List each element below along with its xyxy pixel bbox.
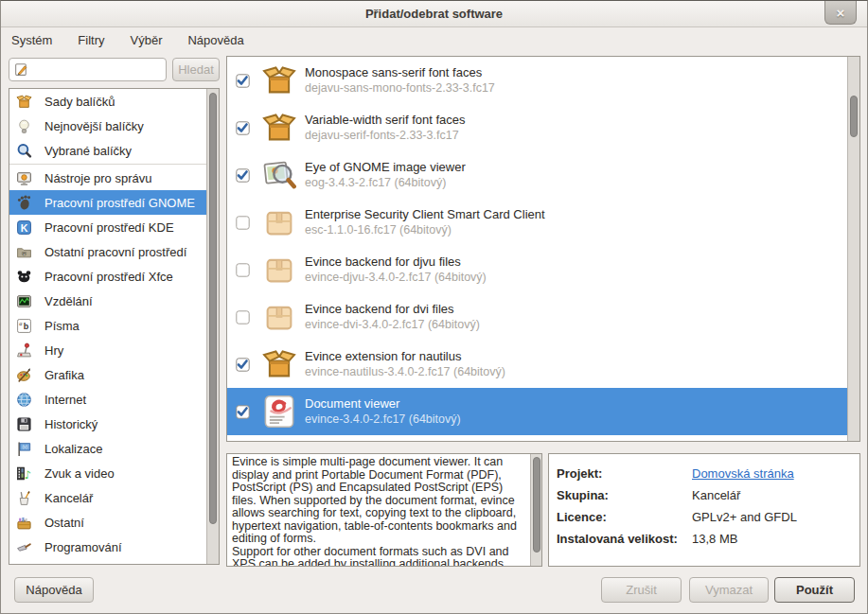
sidebar-item-label: Kancelář	[44, 491, 93, 505]
sidebar-item-programming[interactable]: Programování	[9, 535, 206, 559]
svg-text:♪: ♪	[24, 467, 30, 481]
closed-box-icon	[262, 205, 296, 239]
svg-text:a: a	[19, 320, 22, 326]
description-scrollbar-thumb[interactable]	[533, 457, 540, 553]
sidebar-item-xfce-desktop[interactable]: Pracovní prostředí Xfce	[9, 264, 206, 289]
package-row[interactable]: Enterprise Security Client Smart Card Cl…	[227, 199, 847, 246]
menu-filters[interactable]: Filtry	[78, 33, 104, 47]
package-row-selected[interactable]: Document viewer evince-3.4.0-2.fc17 (64b…	[227, 388, 847, 435]
window-title: Přidat/odebrat software	[365, 7, 503, 21]
checkbox-checked-icon[interactable]	[236, 405, 250, 419]
sidebar-item-other[interactable]: Ostatní	[9, 510, 206, 535]
package-list: Monospace sans-serif font faces dejavu-s…	[226, 56, 860, 442]
graphics-icon	[16, 367, 32, 383]
menu-selection[interactable]: Výběr	[131, 33, 163, 47]
package-version: eog-3.4.3-2.fc17 (64bitový)	[305, 175, 466, 190]
detail-row-project: Projekt: Domovská stránka	[557, 463, 859, 484]
package-version: evince-nautilus-3.4.0-2.fc17 (64bitový)	[305, 364, 505, 379]
open-box-icon	[262, 63, 296, 97]
sidebar-item-label: Grafika	[44, 368, 84, 382]
sidebar-item-graphics[interactable]: Grafika	[9, 362, 206, 387]
checkbox-unchecked-icon[interactable]	[236, 310, 250, 325]
sidebar-item-label: Lokalizace	[44, 442, 102, 456]
package-version: dejavu-serif-fonts-2.33-3.fc17	[305, 128, 466, 143]
kde-icon: K	[16, 219, 32, 236]
package-version: evince-dvi-3.4.0-2.fc17 (64bitový)	[305, 317, 480, 332]
sidebar-item-label: Ostatní	[44, 516, 84, 530]
checkbox-checked-icon[interactable]	[236, 358, 250, 372]
checkbox-checked-icon[interactable]	[236, 121, 250, 135]
edit-pencil-icon	[13, 61, 29, 78]
sidebar-item-label: Programování	[44, 540, 122, 554]
help-button[interactable]: Nápověda	[14, 577, 94, 603]
sidebar-item-other-desktops[interactable]: [o] Ostatní pracovní prostředí	[9, 239, 206, 264]
education-icon	[16, 293, 32, 309]
games-icon	[16, 342, 32, 359]
sidebar-item-kde-desktop[interactable]: K Pracovní prostředí KDE	[9, 215, 206, 239]
open-box-icon	[262, 111, 296, 145]
package-row[interactable]: Evince extension for nautilus evince-nau…	[227, 341, 847, 388]
sidebar-item-newest-packages[interactable]: Nejnovější balíčky	[9, 114, 206, 138]
description-paragraph: Support for other document formats such …	[232, 546, 528, 567]
package-version: dejavu-sans-mono-fonts-2.33-3.fc17	[305, 80, 495, 96]
detail-label: Licence:	[557, 510, 692, 524]
sidebar-item-legacy[interactable]: Historický	[9, 412, 206, 436]
sidebar-item-label: Ostatní pracovní prostředí	[44, 245, 186, 259]
package-row[interactable]: Evince backend for djvu files evince-djv…	[227, 246, 847, 293]
search-entry[interactable]	[9, 58, 167, 81]
svg-text:K: K	[21, 221, 28, 233]
svg-text:[o]: [o]	[21, 252, 27, 255]
gnome-foot-icon	[16, 195, 32, 211]
fonts-icon: a b	[16, 318, 32, 334]
app-window: Přidat/odebrat software × Systém Filtry …	[0, 0, 868, 614]
sidebar-item-fonts[interactable]: a b Písma	[9, 313, 206, 338]
package-name: Enterprise Security Client Smart Card Cl…	[305, 207, 545, 222]
package-description: Evince is simple multi-page document vie…	[227, 454, 530, 566]
description-scrollbar[interactable]	[530, 454, 541, 566]
sidebar-item-label: Hry	[44, 343, 63, 358]
sidebar-item-internet[interactable]: Internet	[9, 387, 206, 412]
globe-icon	[16, 392, 32, 408]
clear-button[interactable]: Vymazat	[689, 577, 769, 603]
apply-button[interactable]: Použít	[774, 577, 855, 603]
search-button[interactable]: Hledat	[172, 58, 220, 81]
menu-help[interactable]: Nápověda	[187, 33, 243, 47]
svg-text:(v): (v)	[23, 445, 28, 449]
menu-system[interactable]: Systém	[11, 33, 52, 47]
sidebar-separator	[9, 164, 206, 165]
sidebar-item-label: Vzdělání	[44, 294, 93, 308]
checkbox-unchecked-icon[interactable]	[236, 263, 250, 277]
sidebar-item-gnome-desktop[interactable]: Pracovní prostředí GNOME	[9, 190, 206, 215]
package-name: Evince backend for dvi files	[305, 302, 480, 317]
checkbox-checked-icon[interactable]	[236, 74, 250, 88]
package-row[interactable]: Variable-width serif font faces dejavu-s…	[227, 104, 847, 151]
sidebar-item-label: Pracovní prostředí Xfce	[44, 270, 173, 284]
cancel-button[interactable]: Zrušit	[601, 577, 682, 603]
package-list-scrollbar-thumb[interactable]	[850, 96, 858, 137]
bulb-icon	[16, 118, 32, 134]
sidebar-item-admin-tools[interactable]: Nástroje pro správu	[9, 166, 206, 190]
close-button[interactable]: ×	[824, 1, 857, 25]
sidebar-item-selected-packages[interactable]: Vybrané balíčky	[9, 138, 206, 163]
package-row[interactable]: Evince backend for dvi files evince-dvi-…	[227, 293, 847, 341]
package-row[interactable]: Monospace sans-serif font faces dejavu-s…	[227, 57, 847, 104]
closed-box-icon	[262, 300, 296, 334]
sidebar-item-office[interactable]: Kancelář	[9, 485, 206, 510]
checkbox-checked-icon[interactable]	[236, 168, 250, 183]
search-input[interactable]	[29, 62, 152, 77]
sidebar-item-education[interactable]: Vzdělání	[9, 289, 206, 313]
image-viewer-icon	[262, 158, 296, 192]
sidebar-item-package-collections[interactable]: Sady balíčků	[9, 89, 206, 114]
package-row[interactable]: Eye of GNOME image viewer eog-3.4.3-2.fc…	[227, 151, 847, 199]
sidebar-scrollbar[interactable]	[206, 89, 219, 564]
package-list-scrollbar[interactable]	[847, 57, 859, 441]
checkbox-unchecked-icon[interactable]	[236, 216, 250, 230]
floppy-icon	[16, 416, 32, 432]
sidebar-item-sound-video[interactable]: ♪ Zvuk a video	[9, 461, 206, 485]
homepage-link[interactable]: Domovská stránka	[692, 466, 794, 481]
detail-value: GPLv2+ and GFDL	[692, 510, 797, 524]
sidebar-item-games[interactable]: Hry	[9, 338, 206, 362]
sidebar-scrollbar-thumb[interactable]	[209, 93, 217, 524]
titlebar[interactable]: Přidat/odebrat software ×	[1, 1, 867, 27]
sidebar-item-localization[interactable]: (v) Lokalizace	[9, 436, 206, 461]
